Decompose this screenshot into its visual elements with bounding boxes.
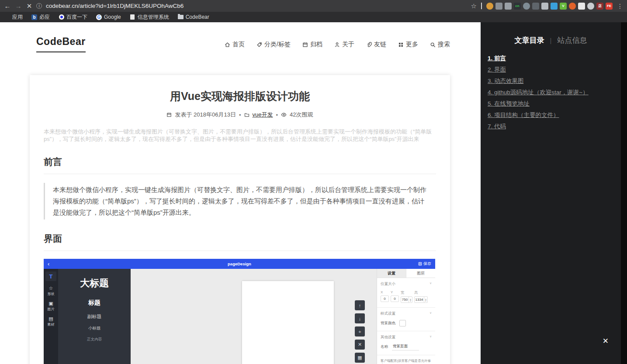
extension-icon-8[interactable]	[551, 3, 558, 10]
bookmark-star-icon[interactable]: ☆	[471, 2, 477, 10]
site-logo[interactable]: CodeBear	[36, 36, 86, 52]
bookmark-label: 应用	[12, 14, 23, 21]
pd-client-title: 客户端配置(设置客户端是否允许修改)	[381, 359, 432, 364]
bookmark-info-system[interactable]: 信息管理系统	[130, 14, 169, 21]
pd-section-position: 位置大小 ∨ X Y	[377, 278, 435, 308]
pd-section-title: 其他设置	[381, 335, 395, 340]
tab-article-toc[interactable]: 文章目录	[515, 35, 544, 45]
bookmark-codebear[interactable]: CodeBear	[178, 14, 209, 20]
pd-width-input	[401, 297, 409, 302]
bookmark-label: 百度一下	[66, 14, 87, 21]
section-heading-preface: 前言	[44, 156, 436, 174]
nav-item-about[interactable]: 关于	[334, 41, 354, 48]
nav-label: 关于	[342, 41, 354, 48]
scrollbar-track[interactable]	[621, 22, 627, 364]
pd-name-label: 名称	[381, 344, 388, 350]
extension-icon-12[interactable]	[587, 3, 594, 10]
move-down-tool-icon: ↓	[355, 313, 365, 323]
section-heading-ui: 界面	[44, 233, 436, 251]
extension-icon-1[interactable]	[486, 3, 493, 10]
extension-icon-2[interactable]	[495, 3, 502, 10]
toc-item-github[interactable]: 4. github源码地址（欢迎star，谢谢~）	[488, 87, 614, 98]
toolbar-divider	[481, 3, 482, 9]
nav-item-archive[interactable]: 归档	[302, 41, 322, 48]
pd-section-title: 位置大小	[381, 282, 395, 287]
shape-tool-icon: ☆	[49, 286, 53, 291]
publish-date: 发表于 2018年06月13日	[175, 111, 236, 119]
save-icon	[418, 262, 422, 266]
bookmark-google[interactable]: G Google	[96, 14, 121, 20]
toc-item-preface[interactable]: 1. 前言	[488, 53, 614, 64]
bookmark-bing[interactable]: b 必应	[31, 14, 50, 21]
toc-item-structure[interactable]: 6. 项目结构（主要的文件）	[488, 110, 614, 121]
close-sidebar-button[interactable]: ✕	[603, 337, 609, 346]
chevron-down-icon: ∨	[430, 335, 432, 340]
pd-tool-rail: T ☆ 形状 ▣ 图片 ▤ 素材	[44, 269, 58, 364]
preset-heading1: 大标题	[58, 277, 131, 290]
person-icon	[334, 42, 340, 48]
toc-item-code[interactable]: 7. 代码	[488, 121, 614, 132]
extensions-area: cnV店FE	[486, 3, 613, 10]
address-bar[interactable]: codebear.cn/article?id=1lrb1DjMEKLS6UPOh…	[46, 3, 184, 9]
pd-field-label: 高	[414, 290, 428, 295]
extension-icon-11[interactable]	[578, 3, 585, 10]
pd-panel-tabs: 设置 图层	[377, 269, 435, 278]
asset-tool-icon: ▤	[48, 316, 53, 321]
home-icon	[225, 42, 230, 48]
delete-tool-icon: ✕	[355, 340, 365, 350]
pd-canvas: ↑ ↓ + ✕ ▦ ▦	[131, 269, 377, 364]
nav-item-categories[interactable]: 分类/标签	[256, 41, 291, 48]
pd-tool-label: 素材	[48, 322, 55, 327]
extension-icon-13[interactable]: 店	[596, 3, 603, 10]
stop-button[interactable]: ✕	[25, 2, 33, 10]
page-info-icon[interactable]: i	[36, 3, 42, 9]
extension-icon-5[interactable]	[523, 3, 530, 10]
pd-floating-tools: ↑ ↓ + ✕ ▦ ▦	[355, 300, 365, 364]
pd-field-label: Y	[391, 290, 399, 294]
browser-menu-icon[interactable]: ⋮	[617, 3, 624, 10]
back-button[interactable]: ←	[3, 2, 11, 10]
chevron-down-icon: ∨	[430, 311, 432, 316]
article-meta: 发表于 2018年06月13日 • vue开发 • 42次围观	[44, 111, 436, 119]
extension-icon-7[interactable]	[541, 3, 548, 10]
document-icon	[130, 14, 135, 20]
extension-icon-6[interactable]	[532, 3, 539, 10]
baidu-icon	[59, 14, 64, 20]
tab-site-info[interactable]: 站点信息	[557, 35, 587, 45]
toc-item-demo[interactable]: 3. 动态效果图	[488, 76, 614, 87]
pd-titlebar: ‹ pageDesign 保存	[44, 259, 435, 269]
toc-item-ui[interactable]: 2. 界面	[488, 64, 614, 76]
pd-section-client: 客户端配置(设置客户端是否允许修改) 背景颜色	[377, 355, 435, 364]
nav-item-more[interactable]: 更多	[398, 41, 418, 48]
extension-icon-3[interactable]	[505, 3, 512, 10]
nav-item-home[interactable]: 首页	[225, 41, 245, 48]
nav-label: 首页	[232, 41, 245, 48]
folder-icon	[244, 112, 249, 117]
extension-icon-10[interactable]	[569, 3, 576, 10]
preset-subheading: 副标题	[58, 313, 131, 320]
forward-button[interactable]: →	[14, 2, 22, 10]
bookmarks-bar: 应用 b 必应 百度一下 G Google 信息管理系统 CodeBear	[0, 12, 627, 22]
grid-icon	[398, 42, 404, 48]
google-icon: G	[96, 14, 102, 20]
pd-field-label: X	[381, 290, 389, 294]
toc-item-preview[interactable]: 5. 在线预览地址	[488, 98, 614, 110]
extension-icon-fe[interactable]: FE	[606, 3, 613, 10]
nav-item-links[interactable]: 友链	[366, 41, 386, 48]
article-excerpt: 本来想做个微信小程序，实现一键生成海报图片（可替换文字、图片，不需要用户排版），…	[44, 128, 436, 143]
preface-quote: 本来想做个微信小程序，实现一键生成海报图片（可替换文字、图片，不需要用户排版），…	[44, 183, 436, 220]
extension-icon-cn[interactable]: cn	[514, 3, 521, 10]
copy-tool-icon: +	[355, 326, 365, 337]
meta-separator: •	[239, 112, 241, 118]
article-card: 用Vue实现海报排版设计功能 发表于 2018年06月13日 • vue开发 •…	[30, 75, 450, 364]
extension-icon-9[interactable]: V	[560, 3, 567, 10]
pd-name-input: 背景页面	[392, 343, 419, 350]
browser-toolbar: ← → ✕ i codebear.cn/article?id=1lrb1DjME…	[0, 0, 627, 12]
text-tool-icon: T	[45, 271, 56, 281]
nav-item-search[interactable]: 搜索	[430, 41, 450, 48]
bookmark-baidu[interactable]: 百度一下	[59, 14, 87, 21]
bookmark-apps[interactable]: 应用	[4, 14, 23, 21]
pd-field-x: X	[381, 290, 389, 303]
toc-sidebar: 文章目录 | 站点信息 1. 前言 2. 界面 3. 动态效果图 4. gith…	[481, 22, 621, 364]
category-link[interactable]: vue开发	[253, 111, 273, 119]
